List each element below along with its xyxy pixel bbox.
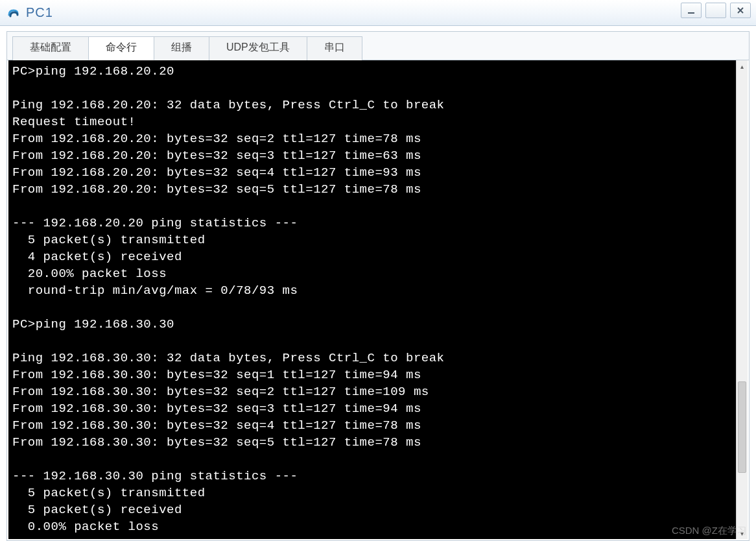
tab-bar: 基础配置 命令行 组播 UDP发包工具 串口 xyxy=(7,32,749,60)
tab-serial[interactable]: 串口 xyxy=(307,36,362,60)
tab-multicast[interactable]: 组播 xyxy=(154,36,209,60)
content-frame: 基础配置 命令行 组播 UDP发包工具 串口 PC>ping 192.168.2… xyxy=(0,26,756,541)
close-button[interactable] xyxy=(730,3,751,18)
tab-label: 命令行 xyxy=(106,42,137,53)
window-title: PC1 xyxy=(26,5,53,20)
scroll-down-arrow-icon[interactable]: ▾ xyxy=(737,527,748,539)
tab-label: 串口 xyxy=(324,42,345,53)
scroll-track[interactable] xyxy=(737,72,748,527)
tab-basic-config[interactable]: 基础配置 xyxy=(12,36,89,60)
minimize-button[interactable] xyxy=(681,3,702,18)
window-controls xyxy=(681,3,751,18)
scroll-thumb[interactable] xyxy=(738,381,746,472)
terminal-wrap: PC>ping 192.168.20.20 Ping 192.168.20.20… xyxy=(8,60,748,539)
tab-label: UDP发包工具 xyxy=(226,42,290,53)
scrollbar[interactable]: ▴ ▾ xyxy=(736,60,748,539)
terminal-output[interactable]: PC>ping 192.168.20.20 Ping 192.168.20.20… xyxy=(8,60,736,539)
titlebar: PC1 xyxy=(0,0,756,26)
tab-label: 组播 xyxy=(171,42,192,53)
scroll-up-arrow-icon[interactable]: ▴ xyxy=(737,60,748,72)
maximize-button[interactable] xyxy=(705,3,726,18)
app-logo-icon xyxy=(6,6,21,20)
tab-label: 基础配置 xyxy=(30,42,71,53)
tab-udp-sender[interactable]: UDP发包工具 xyxy=(209,36,307,60)
inner-panel: 基础配置 命令行 组播 UDP发包工具 串口 PC>ping 192.168.2… xyxy=(6,31,750,541)
tab-command-line[interactable]: 命令行 xyxy=(88,36,154,60)
